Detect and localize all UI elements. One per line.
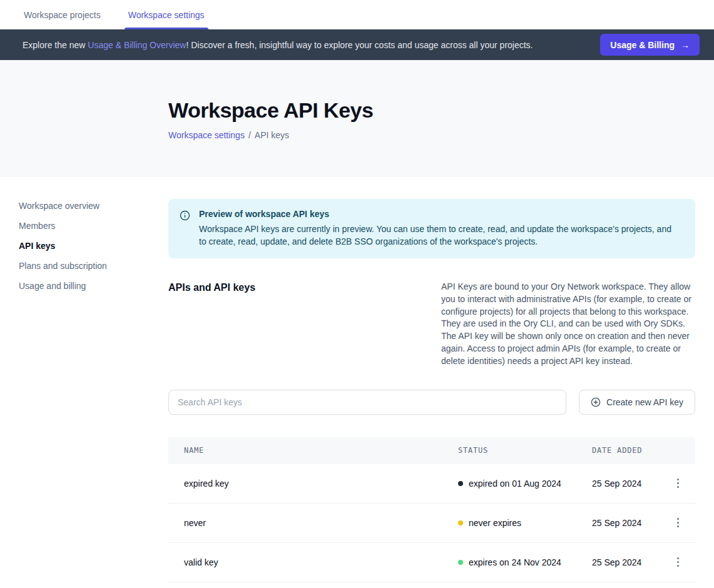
status-dot-icon [458,560,463,565]
status-badge: expires on 24 Nov 2024 [458,557,592,567]
row-actions-kebab-icon[interactable] [673,554,683,570]
preview-notice: Preview of workspace API keys Workspace … [168,199,695,258]
column-header-status: STATUS [458,446,592,455]
create-api-key-button-label: Create new API key [606,397,683,407]
sidebar-item-members[interactable]: Members [19,220,168,232]
breadcrumb-workspace-settings-link[interactable]: Workspace settings [168,130,245,140]
date-added: 25 Sep 2024 [592,557,661,567]
page-header: Workspace API Keys Workspace settings / … [0,60,714,177]
column-header-name: NAME [168,446,458,455]
section-description: API Keys are bound to your Ory Network w… [441,281,695,368]
usage-billing-button[interactable]: Usage & Billing → [600,34,700,56]
announcement-banner: Explore the new Usage & Billing Overview… [0,29,714,60]
main-area: Workspace overview Members API keys Plan… [0,177,714,582]
preview-notice-content: Preview of workspace API keys Workspace … [199,209,680,248]
info-circle-icon [180,210,190,248]
tab-workspace-projects[interactable]: Workspace projects [23,0,102,29]
sidebar-item-workspace-overview[interactable]: Workspace overview [19,200,168,212]
table-header-row: NAME STATUS DATE ADDED [168,437,695,464]
status-dot-icon [458,520,463,525]
banner-message: Explore the new Usage & Billing Overview… [23,40,600,50]
status-text: expires on 24 Nov 2024 [469,557,561,567]
banner-text-before: Explore the new [23,40,88,50]
breadcrumb-current: API keys [255,130,289,140]
row-actions-kebab-icon[interactable] [673,475,683,492]
row-actions-kebab-icon[interactable] [673,514,683,531]
preview-notice-title: Preview of workspace API keys [199,209,680,219]
breadcrumb-separator: / [248,130,251,140]
banner-usage-billing-link[interactable]: Usage & Billing Overview [88,40,186,50]
status-text: never expires [469,518,521,528]
tab-workspace-settings[interactable]: Workspace settings [127,0,206,29]
arrow-right-icon: → [681,40,690,50]
status-badge: never expires [458,518,592,528]
table-row: valid key expires on 24 Nov 2024 25 Sep … [168,543,695,582]
status-dot-icon [458,481,463,486]
banner-text-after: ! Discover a fresh, insightful way to ex… [186,40,533,50]
top-navigation: Workspace projects Workspace settings [0,0,714,29]
search-input[interactable] [168,390,566,415]
api-key-name: valid key [168,557,458,567]
column-header-date-added: DATE ADDED [592,446,661,455]
content-column: Preview of workspace API keys Workspace … [168,177,695,582]
sidebar-item-usage-billing[interactable]: Usage and billing [19,280,168,292]
preview-notice-body: Workspace API keys are currently in prev… [199,223,680,248]
api-keys-toolbar: Create new API key [168,390,695,415]
settings-sidebar: Workspace overview Members API keys Plan… [0,177,168,582]
page-title: Workspace API Keys [168,98,714,123]
table-row: expired key expired on 01 Aug 2024 25 Se… [168,464,695,504]
create-api-key-button[interactable]: Create new API key [579,390,695,415]
api-key-name: never [168,518,458,528]
usage-billing-button-label: Usage & Billing [610,40,675,50]
status-text: expired on 01 Aug 2024 [469,479,561,489]
breadcrumb: Workspace settings / API keys [168,130,714,140]
table-row: never never expires 25 Sep 2024 [168,504,695,543]
status-badge: expired on 01 Aug 2024 [458,479,592,489]
date-added: 25 Sep 2024 [592,518,661,528]
sidebar-item-api-keys[interactable]: API keys [19,240,168,252]
date-added: 25 Sep 2024 [592,479,661,489]
api-key-name: expired key [168,479,458,489]
section-heading: APIs and API keys [168,281,441,368]
api-keys-table: NAME STATUS DATE ADDED expired key expir… [168,437,695,582]
api-keys-section: APIs and API keys API Keys are bound to … [168,281,695,368]
plus-circle-icon [591,397,601,407]
sidebar-item-plans-subscription[interactable]: Plans and subscription [19,260,168,272]
